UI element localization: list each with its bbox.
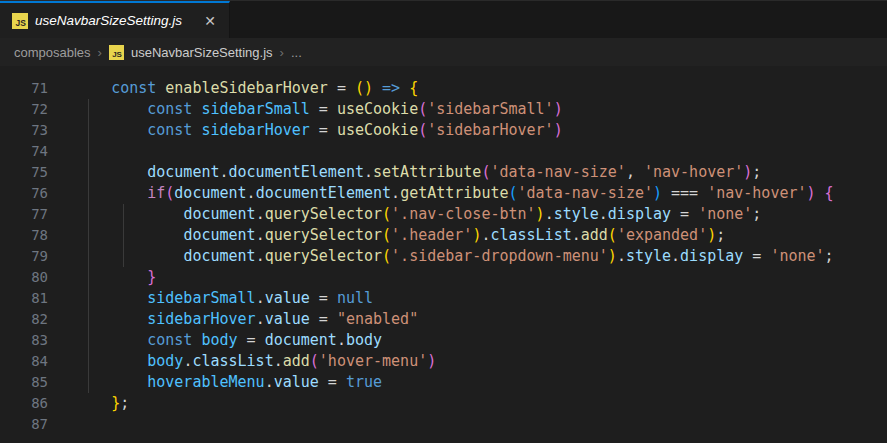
line-number: 74 [0,141,48,162]
code-line: 80 } [0,267,887,288]
code-text: sidebarSmall.value = null [75,288,373,309]
code-line: 78 document.querySelector('.header').cla… [0,225,887,246]
js-file-icon: JS [12,13,28,29]
code-line: 71 const enableSidebarHover = () => { [0,78,887,99]
code-text: body.classList.add('hover-menu') [75,351,436,372]
line-number: 84 [0,351,48,372]
line-number: 77 [0,204,48,225]
line-number: 83 [0,330,48,351]
code-lines: 71 const enableSidebarHover = () => {72 … [0,78,887,435]
code-text: const body = document.body [75,330,382,351]
line-number: 82 [0,309,48,330]
code-text: }; [75,393,129,414]
line-number: 80 [0,267,48,288]
line-number: 71 [0,78,48,99]
chevron-right-icon: › [98,45,102,60]
code-text: document.documentElement.setAttribute('d… [75,162,761,183]
code-line: 77 document.querySelector('.nav-close-bt… [0,204,887,225]
line-number: 73 [0,120,48,141]
breadcrumb-symbol-more[interactable]: ... [291,45,302,60]
indent-guide [123,204,124,267]
code-text: document.querySelector('.sidebar-dropdow… [75,246,834,267]
line-number: 86 [0,393,48,414]
tab-useNavbarSizeSetting[interactable]: JS useNavbarSizeSetting.js ✕ [0,1,230,38]
code-text: sidebarHover.value = "enabled" [75,309,418,330]
code-text: document.querySelector('.header').classL… [75,225,725,246]
code-line: 73 const sidebarHover = useCookie('sideb… [0,120,887,141]
code-line: 74 [0,141,887,162]
chevron-right-icon: › [280,45,284,60]
indent-guide [88,99,89,393]
code-line: 76 if(document.documentElement.getAttrib… [0,183,887,204]
code-line: 83 const body = document.body [0,330,887,351]
code-line: 75 document.documentElement.setAttribute… [0,162,887,183]
line-number: 87 [0,414,48,435]
close-tab-icon[interactable]: ✕ [201,12,219,30]
code-line: 87 [0,414,887,435]
code-line: 86 }; [0,393,887,414]
code-line: 79 document.querySelector('.sidebar-drop… [0,246,887,267]
code-editor[interactable]: 71 const enableSidebarHover = () => {72 … [0,66,887,443]
vscode-window: JS useNavbarSizeSetting.js ✕ composables… [0,0,887,443]
code-text: hoverableMenu.value = true [75,372,382,393]
tab-title: useNavbarSizeSetting.js [35,13,194,28]
line-number: 78 [0,225,48,246]
line-number: 81 [0,288,48,309]
code-text: if(document.documentElement.getAttribute… [75,183,834,204]
code-line: 85 hoverableMenu.value = true [0,372,887,393]
code-line: 82 sidebarHover.value = "enabled" [0,309,887,330]
js-file-icon: JS [109,45,124,60]
code-text: const sidebarSmall = useCookie('sidebarS… [75,99,563,120]
breadcrumb-file[interactable]: useNavbarSizeSetting.js [131,45,273,60]
code-text: document.querySelector('.nav-close-btn')… [75,204,761,225]
breadcrumb-folder[interactable]: composables [14,45,91,60]
line-number: 75 [0,162,48,183]
code-line: 72 const sidebarSmall = useCookie('sideb… [0,99,887,120]
code-line: 84 body.classList.add('hover-menu') [0,351,887,372]
breadcrumb: composables › JS useNavbarSizeSetting.js… [0,38,887,66]
code-text: const enableSidebarHover = () => { [75,78,418,99]
line-number: 72 [0,99,48,120]
code-line: 81 sidebarSmall.value = null [0,288,887,309]
line-number: 85 [0,372,48,393]
line-number: 76 [0,183,48,204]
line-number: 79 [0,246,48,267]
code-text: const sidebarHover = useCookie('sidebarH… [75,120,563,141]
tab-bar: JS useNavbarSizeSetting.js ✕ [0,0,887,38]
